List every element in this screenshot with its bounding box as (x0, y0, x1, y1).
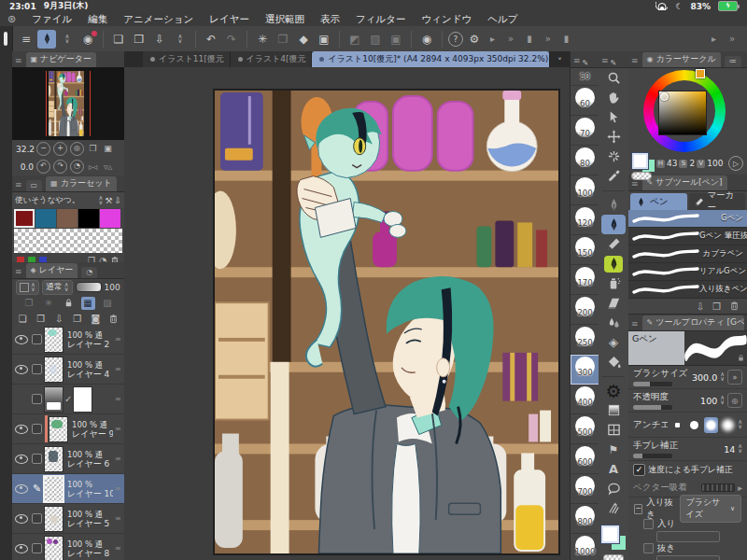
layer-row-selected[interactable]: ✎ 100 %レイヤー 10 ≡ (12, 474, 124, 504)
layer-thumbnail[interactable] (45, 447, 63, 471)
layer-thumbnail[interactable] (45, 328, 63, 352)
sub-tool-item[interactable]: カブラペン (628, 245, 747, 263)
menu-layer[interactable]: レイヤー (209, 13, 249, 26)
layer-row[interactable]: 100 % 通レイヤー 4 ≡ (12, 355, 124, 385)
tab-sub-tool[interactable]: ✎サブツール[ペン] (642, 175, 727, 190)
import-color-set-icon[interactable]: ⇩ (114, 196, 121, 205)
zoom-tool[interactable] (599, 68, 628, 88)
flip-vertical-button[interactable]: ▽△ (102, 161, 114, 173)
active-tool-icon[interactable] (37, 30, 56, 49)
transform-button[interactable]: ▣ (315, 30, 333, 49)
tab-layer[interactable]: ◈レイヤー (26, 263, 78, 278)
layer-checkbox[interactable] (32, 364, 42, 374)
rotate-reset-button[interactable]: ◔ (70, 160, 84, 174)
layer-thumbnail[interactable] (45, 357, 63, 382)
empty-swatch-area[interactable] (14, 229, 122, 253)
swatch-teal-blue[interactable] (35, 209, 56, 228)
duplicate-sub-tool-icon[interactable]: ❐ (712, 301, 721, 312)
vector-snap-expand-icon[interactable]: ▸ (738, 483, 742, 493)
menu-view[interactable]: 表示 (320, 13, 340, 26)
hsv-mode-toggle[interactable]: ▷ (728, 156, 743, 171)
file-chevrons[interactable]: ∧∨ (171, 30, 190, 49)
hand-tool[interactable] (599, 88, 628, 107)
decoration-tool[interactable] (599, 254, 628, 273)
dock-toggle-bar-icon[interactable]: ▮ (527, 34, 532, 44)
pen-tool-selected[interactable] (601, 215, 626, 234)
menu-file[interactable]: ファイル (32, 13, 72, 26)
tool-switch-chevrons[interactable]: ∧∨ (58, 30, 77, 49)
delete-sub-tool-icon[interactable] (729, 301, 740, 313)
zoom-100-button[interactable]: ◎ (70, 142, 84, 156)
brush-size-value[interactable]: 300.0 (692, 372, 717, 383)
opacity-value[interactable]: 100 (700, 396, 717, 406)
transparent-pill[interactable] (632, 173, 651, 179)
clip-studio-button[interactable]: ◉ (78, 30, 97, 49)
tone-thumbnail[interactable] (45, 387, 63, 412)
dock-toggle-bar2-icon[interactable]: ▮ (564, 34, 570, 44)
document-tab[interactable]: イラスト11[復元 (143, 51, 231, 67)
processing-icon[interactable]: ✳ (253, 30, 272, 49)
figure-tool[interactable]: ⚙ (599, 381, 628, 400)
layer-drag-handle[interactable]: ≡ (115, 544, 124, 553)
brush-tool[interactable] (599, 195, 628, 215)
brush-size-item[interactable]: 800 (571, 504, 599, 534)
opacity-slider[interactable] (633, 405, 672, 410)
wheel-color-chips[interactable] (632, 153, 655, 174)
preset-name[interactable]: 使いそうなやつ。 (15, 195, 97, 206)
layer-drag-handle[interactable]: ≡ (115, 514, 124, 523)
brush-size-item[interactable]: 70 (571, 116, 599, 146)
antialias-middle-button[interactable] (704, 417, 718, 433)
main-color-chips[interactable] (601, 525, 626, 550)
navigator-menu-icon[interactable]: ≡ (15, 56, 22, 65)
sv-marker[interactable] (660, 92, 669, 101)
layer-drag-handle[interactable]: ≡ (115, 335, 124, 343)
toolbar-menu-icon[interactable]: ≡ (17, 30, 35, 49)
swatch-magenta[interactable] (100, 209, 120, 228)
layer-menu-icon[interactable]: ≡ (15, 267, 22, 276)
layer-drag-handle[interactable]: ≡ (115, 484, 124, 493)
delete-layer-button[interactable] (107, 313, 121, 326)
menu-window[interactable]: ウィンドウ (421, 13, 472, 26)
stabilize-slider[interactable] (633, 454, 672, 458)
gradient-tool[interactable] (599, 400, 628, 420)
flow-line-tool[interactable] (599, 498, 628, 518)
blend-tool[interactable] (599, 313, 628, 332)
layer-opacity-slider[interactable] (76, 282, 102, 292)
layer-checkbox[interactable] (32, 543, 42, 553)
foreground-color-chip[interactable] (601, 525, 619, 543)
layer-row[interactable]: 100 % 通レイヤー 8 ≡ (12, 534, 124, 560)
sub-tool-item[interactable]: 入り抜きペン (628, 281, 747, 299)
in-checkbox[interactable] (643, 519, 654, 529)
redo-button[interactable]: ↷ (222, 30, 241, 49)
tone-tool[interactable]: ◈ (599, 332, 628, 352)
fit-area-button[interactable]: ▣ (102, 143, 114, 155)
brush-size-item[interactable]: 60 (571, 86, 599, 116)
vector-snap-slider[interactable] (701, 483, 735, 492)
export-button[interactable]: ⇩ (150, 30, 169, 49)
edge-panel-handle[interactable] (4, 32, 7, 46)
out-value-bar[interactable] (656, 555, 720, 560)
tab-color-set[interactable]: ▦カラーセット (46, 176, 117, 191)
new-canvas-button[interactable]: ❏ (109, 30, 128, 49)
brush-size-item[interactable]: 700 (571, 474, 599, 504)
clip-studio-logo-icon[interactable]: ⊛ (7, 13, 16, 25)
snapshot-button[interactable]: ❐ (274, 30, 292, 49)
antialias-weak-button[interactable] (687, 417, 701, 433)
dock-toggle-ff-right-icon[interactable]: » (729, 34, 735, 44)
new-folder-button[interactable]: ❒ (35, 313, 49, 326)
brush-size-item[interactable]: 500 (571, 414, 599, 444)
brush-size-item[interactable]: 120 (571, 205, 599, 235)
tool-bar-menu-icon[interactable]: ≡ (601, 56, 609, 65)
layer-visible-icon[interactable] (15, 514, 28, 524)
sub-tool-item-selected[interactable]: Gペン (628, 210, 747, 228)
fill-tool[interactable] (599, 352, 628, 371)
edit-color-set-icon[interactable]: ⚒ (105, 196, 112, 205)
swatch-black[interactable] (78, 209, 99, 228)
layer-drag-handle[interactable]: ≡ (115, 455, 124, 463)
layer-visible-icon[interactable] (15, 484, 28, 494)
stabilize-stepper[interactable]: ∧∨ (738, 444, 742, 454)
brush-size-item[interactable]: 80 (571, 146, 599, 175)
auto-select-tool[interactable] (599, 147, 628, 166)
tab-color-slider[interactable]: ▭ (26, 180, 43, 191)
tab-list-chevron-icon[interactable]: ˅ (550, 57, 570, 67)
